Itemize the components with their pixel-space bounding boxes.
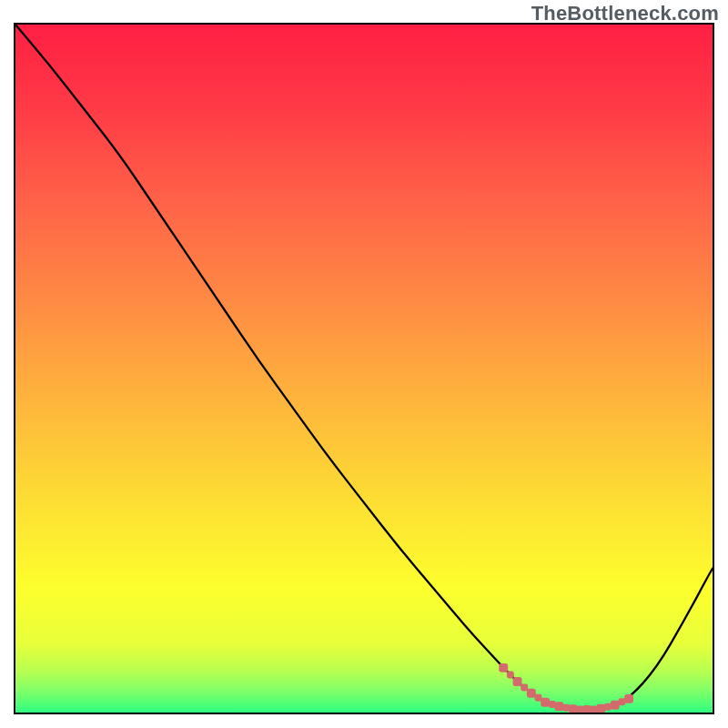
highlight-dot	[576, 706, 583, 713]
highlight-dot	[591, 705, 598, 713]
highlight-dot	[541, 698, 550, 707]
highlight-dot	[555, 702, 564, 711]
highlight-dot	[499, 663, 508, 672]
gradient-fill	[15, 25, 713, 713]
highlight-dot	[618, 698, 625, 705]
chart-stage: TheBottleneck.com	[0, 0, 728, 728]
highlight-dot	[521, 683, 528, 691]
highlight-dot	[582, 705, 592, 713]
highlight-dot	[513, 677, 522, 686]
highlight-dot	[549, 701, 556, 708]
watermark-text: TheBottleneck.com	[531, 2, 719, 25]
highlight-dot	[562, 704, 570, 712]
chart-svg	[15, 25, 713, 713]
highlight-dot	[507, 671, 514, 678]
highlight-dot	[569, 704, 578, 713]
highlight-dot	[527, 689, 536, 698]
highlight-dot	[611, 701, 620, 710]
highlight-dot	[624, 694, 633, 703]
plot-area	[14, 23, 714, 714]
highlight-dot	[604, 703, 612, 711]
highlight-dot	[596, 704, 605, 713]
highlight-dot	[535, 694, 542, 702]
